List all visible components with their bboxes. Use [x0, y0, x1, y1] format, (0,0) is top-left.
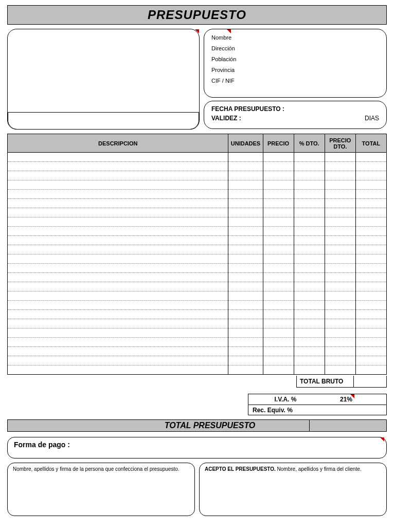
table-cell[interactable] [294, 328, 325, 338]
table-row[interactable] [8, 356, 387, 365]
buyer-signature-box[interactable]: ACEPTO EL PRESUPUESTO. Nombre, apellidos… [199, 463, 387, 516]
table-cell[interactable] [228, 236, 263, 245]
table-cell[interactable] [8, 208, 228, 217]
table-cell[interactable] [263, 208, 294, 217]
table-cell[interactable] [325, 227, 355, 236]
table-cell[interactable] [355, 282, 386, 291]
table-cell[interactable] [325, 282, 355, 291]
table-cell[interactable] [294, 245, 325, 254]
table-row[interactable] [8, 291, 387, 301]
table-cell[interactable] [355, 162, 386, 171]
table-cell[interactable] [263, 217, 294, 227]
table-cell[interactable] [8, 236, 228, 245]
table-row[interactable] [8, 236, 387, 245]
table-cell[interactable] [228, 199, 263, 208]
table-cell[interactable] [228, 245, 263, 254]
table-cell[interactable] [325, 328, 355, 338]
table-cell[interactable] [263, 254, 294, 264]
table-cell[interactable] [228, 162, 263, 171]
table-cell[interactable] [263, 356, 294, 365]
table-cell[interactable] [228, 282, 263, 291]
table-cell[interactable] [8, 291, 228, 301]
table-cell[interactable] [325, 254, 355, 264]
table-cell[interactable] [294, 227, 325, 236]
table-cell[interactable] [355, 208, 386, 217]
table-cell[interactable] [355, 310, 386, 319]
table-cell[interactable] [355, 171, 386, 180]
table-cell[interactable] [263, 328, 294, 338]
table-cell[interactable] [8, 153, 228, 162]
table-cell[interactable] [263, 273, 294, 282]
table-cell[interactable] [325, 264, 355, 273]
table-row[interactable] [8, 282, 387, 291]
table-cell[interactable] [325, 310, 355, 319]
table-cell[interactable] [263, 319, 294, 328]
table-cell[interactable] [355, 245, 386, 254]
table-cell[interactable] [325, 365, 355, 375]
table-cell[interactable] [355, 347, 386, 356]
table-cell[interactable] [228, 365, 263, 375]
table-cell[interactable] [294, 365, 325, 375]
table-cell[interactable] [228, 310, 263, 319]
table-cell[interactable] [8, 301, 228, 310]
table-cell[interactable] [355, 338, 386, 347]
table-cell[interactable] [294, 319, 325, 328]
table-cell[interactable] [263, 301, 294, 310]
table-cell[interactable] [228, 264, 263, 273]
table-cell[interactable] [263, 171, 294, 180]
table-row[interactable] [8, 208, 387, 217]
table-row[interactable] [8, 301, 387, 310]
table-cell[interactable] [228, 328, 263, 338]
table-cell[interactable] [325, 319, 355, 328]
table-cell[interactable] [355, 328, 386, 338]
table-cell[interactable] [355, 356, 386, 365]
table-cell[interactable] [325, 199, 355, 208]
table-cell[interactable] [8, 310, 228, 319]
table-cell[interactable] [355, 319, 386, 328]
table-cell[interactable] [263, 365, 294, 375]
table-cell[interactable] [325, 338, 355, 347]
table-cell[interactable] [355, 199, 386, 208]
table-cell[interactable] [355, 301, 386, 310]
table-row[interactable] [8, 171, 387, 180]
table-cell[interactable] [325, 347, 355, 356]
table-cell[interactable] [325, 245, 355, 254]
company-box[interactable] [7, 29, 200, 130]
table-cell[interactable] [228, 301, 263, 310]
table-cell[interactable] [263, 264, 294, 273]
table-cell[interactable] [355, 180, 386, 190]
table-cell[interactable] [294, 301, 325, 310]
table-cell[interactable] [263, 227, 294, 236]
table-cell[interactable] [325, 171, 355, 180]
table-cell[interactable] [228, 227, 263, 236]
table-cell[interactable] [8, 282, 228, 291]
table-cell[interactable] [8, 273, 228, 282]
table-cell[interactable] [294, 236, 325, 245]
table-cell[interactable] [294, 282, 325, 291]
table-row[interactable] [8, 190, 387, 199]
table-cell[interactable] [325, 273, 355, 282]
table-cell[interactable] [263, 190, 294, 199]
table-cell[interactable] [8, 245, 228, 254]
table-cell[interactable] [228, 208, 263, 217]
table-cell[interactable] [325, 301, 355, 310]
table-cell[interactable] [263, 199, 294, 208]
table-cell[interactable] [8, 190, 228, 199]
table-cell[interactable] [228, 180, 263, 190]
table-cell[interactable] [8, 264, 228, 273]
table-cell[interactable] [263, 291, 294, 301]
total-bruto-value[interactable] [354, 376, 387, 388]
table-cell[interactable] [8, 171, 228, 180]
table-cell[interactable] [263, 153, 294, 162]
table-cell[interactable] [294, 310, 325, 319]
table-cell[interactable] [228, 356, 263, 365]
table-cell[interactable] [8, 319, 228, 328]
table-cell[interactable] [228, 171, 263, 180]
table-cell[interactable] [325, 356, 355, 365]
table-cell[interactable] [228, 338, 263, 347]
table-cell[interactable] [325, 236, 355, 245]
seller-signature-box[interactable]: Nombre, apellidos y firma de la persona … [7, 463, 195, 516]
table-cell[interactable] [294, 208, 325, 217]
table-cell[interactable] [263, 236, 294, 245]
table-cell[interactable] [355, 264, 386, 273]
